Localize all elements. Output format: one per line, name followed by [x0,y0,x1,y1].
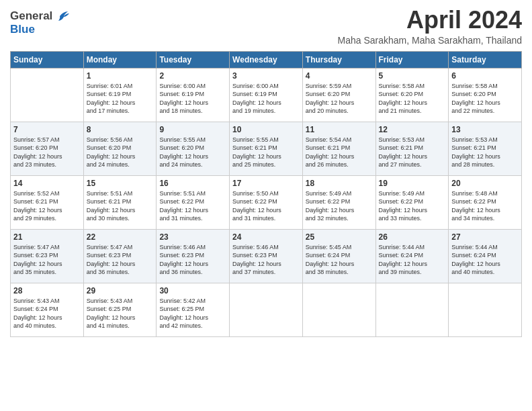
calendar-cell [302,283,375,336]
calendar-cell [11,68,84,122]
day-info: Sunrise: 5:43 AM Sunset: 6:24 PM Dayligh… [13,297,81,330]
day-info: Sunrise: 5:55 AM Sunset: 6:21 PM Dayligh… [232,136,300,169]
day-number: 11 [306,125,373,134]
day-info: Sunrise: 5:50 AM Sunset: 6:22 PM Dayligh… [232,189,300,223]
day-info: Sunrise: 5:52 AM Sunset: 6:21 PM Dayligh… [13,189,81,223]
calendar-cell: 24Sunrise: 5:46 AM Sunset: 6:23 PM Dayli… [230,229,303,283]
calendar-cell: 5Sunrise: 5:58 AM Sunset: 6:20 PM Daylig… [375,68,449,122]
day-info: Sunrise: 5:49 AM Sunset: 6:22 PM Dayligh… [306,189,373,223]
calendar-cell [375,283,449,336]
day-info: Sunrise: 5:51 AM Sunset: 6:21 PM Dayligh… [87,189,154,223]
calendar-cell: 2Sunrise: 6:00 AM Sunset: 6:19 PM Daylig… [157,68,230,122]
day-number: 17 [232,179,300,188]
calendar-cell: 30Sunrise: 5:42 AM Sunset: 6:25 PM Dayli… [157,283,230,336]
day-info: Sunrise: 5:53 AM Sunset: 6:21 PM Dayligh… [379,136,446,169]
calendar-cell: 23Sunrise: 5:46 AM Sunset: 6:23 PM Dayli… [157,229,230,283]
day-info: Sunrise: 5:44 AM Sunset: 6:24 PM Dayligh… [379,243,446,277]
day-number: 12 [379,125,446,134]
day-number: 5 [379,71,446,81]
week-row-1: 1Sunrise: 6:01 AM Sunset: 6:19 PM Daylig… [11,68,522,122]
calendar-cell: 26Sunrise: 5:44 AM Sunset: 6:24 PM Dayli… [375,229,449,283]
day-number: 3 [232,71,300,81]
header-row: SundayMondayTuesdayWednesdayThursdayFrid… [11,51,522,68]
day-number: 26 [379,232,446,242]
day-number: 21 [13,232,81,242]
day-number: 16 [159,179,226,188]
calendar-cell: 28Sunrise: 5:43 AM Sunset: 6:24 PM Dayli… [11,283,84,336]
day-number: 10 [232,125,300,134]
day-number: 25 [306,232,373,242]
calendar-cell: 4Sunrise: 5:59 AM Sunset: 6:20 PM Daylig… [302,68,375,122]
day-info: Sunrise: 5:46 AM Sunset: 6:23 PM Dayligh… [232,243,300,277]
day-info: Sunrise: 6:00 AM Sunset: 6:19 PM Dayligh… [159,82,226,116]
header: General Blue April 2024 Maha Sarakham, M… [10,7,522,46]
day-info: Sunrise: 5:58 AM Sunset: 6:20 PM Dayligh… [451,82,519,116]
week-row-3: 14Sunrise: 5:52 AM Sunset: 6:21 PM Dayli… [11,175,522,229]
day-number: 23 [159,232,226,242]
col-header-thursday: Thursday [302,51,375,68]
day-info: Sunrise: 5:53 AM Sunset: 6:21 PM Dayligh… [451,136,519,169]
day-info: Sunrise: 5:58 AM Sunset: 6:20 PM Dayligh… [379,82,446,116]
calendar-cell: 27Sunrise: 5:44 AM Sunset: 6:24 PM Dayli… [449,229,522,283]
day-info: Sunrise: 5:59 AM Sunset: 6:20 PM Dayligh… [306,82,373,116]
day-info: Sunrise: 5:48 AM Sunset: 6:22 PM Dayligh… [451,189,519,223]
day-number: 27 [451,232,519,242]
bird-icon [54,11,69,21]
calendar-cell: 9Sunrise: 5:55 AM Sunset: 6:20 PM Daylig… [157,122,230,175]
day-info: Sunrise: 5:45 AM Sunset: 6:24 PM Dayligh… [306,243,373,277]
subtitle: Maha Sarakham, Maha Sarakham, Thailand [338,35,522,46]
day-number: 4 [306,71,373,81]
calendar-cell: 17Sunrise: 5:50 AM Sunset: 6:22 PM Dayli… [230,175,303,229]
day-number: 18 [306,179,373,188]
day-info: Sunrise: 5:46 AM Sunset: 6:23 PM Dayligh… [159,243,226,277]
calendar-cell: 6Sunrise: 5:58 AM Sunset: 6:20 PM Daylig… [449,68,522,122]
day-info: Sunrise: 5:54 AM Sunset: 6:21 PM Dayligh… [306,136,373,169]
calendar-cell: 7Sunrise: 5:57 AM Sunset: 6:20 PM Daylig… [11,122,84,175]
calendar-cell: 10Sunrise: 5:55 AM Sunset: 6:21 PM Dayli… [230,122,303,175]
calendar-cell: 8Sunrise: 5:56 AM Sunset: 6:20 PM Daylig… [83,122,157,175]
week-row-2: 7Sunrise: 5:57 AM Sunset: 6:20 PM Daylig… [11,122,522,175]
week-row-5: 28Sunrise: 5:43 AM Sunset: 6:24 PM Dayli… [11,283,522,336]
day-number: 14 [13,179,81,188]
calendar-body: 1Sunrise: 6:01 AM Sunset: 6:19 PM Daylig… [11,68,522,336]
calendar-cell: 1Sunrise: 6:01 AM Sunset: 6:19 PM Daylig… [83,68,157,122]
col-header-monday: Monday [83,51,157,68]
logo-blue: Blue [10,23,35,36]
col-header-friday: Friday [375,51,449,68]
day-number: 28 [13,286,81,295]
day-info: Sunrise: 5:55 AM Sunset: 6:20 PM Dayligh… [159,136,226,169]
col-header-sunday: Sunday [11,51,84,68]
day-number: 6 [451,71,519,81]
day-info: Sunrise: 6:01 AM Sunset: 6:19 PM Dayligh… [87,82,154,116]
day-info: Sunrise: 5:49 AM Sunset: 6:22 PM Dayligh… [379,189,446,223]
calendar-cell: 16Sunrise: 5:51 AM Sunset: 6:22 PM Dayli… [157,175,230,229]
day-number: 13 [451,125,519,134]
calendar-cell: 19Sunrise: 5:49 AM Sunset: 6:22 PM Dayli… [375,175,449,229]
day-number: 29 [87,286,154,295]
week-row-4: 21Sunrise: 5:47 AM Sunset: 6:23 PM Dayli… [11,229,522,283]
col-header-saturday: Saturday [449,51,522,68]
calendar-cell: 20Sunrise: 5:48 AM Sunset: 6:22 PM Dayli… [449,175,522,229]
day-number: 22 [87,232,154,242]
day-info: Sunrise: 5:47 AM Sunset: 6:23 PM Dayligh… [87,243,154,277]
calendar-table: SundayMondayTuesdayWednesdayThursdayFrid… [10,51,522,337]
day-number: 1 [87,71,154,81]
logo: General Blue [10,9,69,36]
day-number: 24 [232,232,300,242]
day-number: 2 [159,71,226,81]
day-number: 7 [13,125,81,134]
month-title: April 2024 [338,7,522,34]
day-number: 9 [159,125,226,134]
calendar-cell: 13Sunrise: 5:53 AM Sunset: 6:21 PM Dayli… [449,122,522,175]
day-number: 20 [451,179,519,188]
day-number: 19 [379,179,446,188]
calendar-cell [449,283,522,336]
day-number: 8 [87,125,154,134]
day-info: Sunrise: 5:57 AM Sunset: 6:20 PM Dayligh… [13,136,81,169]
calendar-header: SundayMondayTuesdayWednesdayThursdayFrid… [11,51,522,68]
day-info: Sunrise: 5:51 AM Sunset: 6:22 PM Dayligh… [159,189,226,223]
title-area: April 2024 Maha Sarakham, Maha Sarakham,… [338,7,522,46]
day-number: 30 [159,286,226,295]
day-info: Sunrise: 5:43 AM Sunset: 6:25 PM Dayligh… [87,297,154,330]
day-info: Sunrise: 6:00 AM Sunset: 6:19 PM Dayligh… [232,82,300,116]
